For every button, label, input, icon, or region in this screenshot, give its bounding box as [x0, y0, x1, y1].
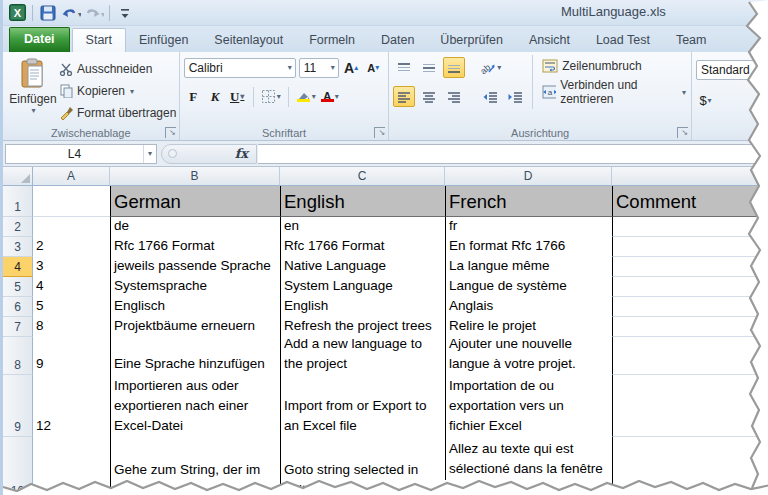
excel-logo-icon[interactable]: X — [7, 3, 27, 22]
cut-button[interactable]: Ausschneiden — [59, 59, 176, 79]
cell-D4[interactable]: La langue même — [445, 257, 612, 277]
cell-B5[interactable]: Systemsprache — [110, 277, 280, 297]
cell-A8[interactable]: 9 — [33, 337, 110, 375]
cell-D10[interactable]: Allez au texte qui est sélectioné dans l… — [445, 416, 612, 480]
cell-E3[interactable] — [612, 237, 768, 257]
tab-start[interactable]: Start — [72, 28, 126, 52]
decrease-indent-button[interactable] — [479, 86, 501, 107]
cell-C9[interactable]: Import from or Export to an Excel file — [280, 375, 445, 437]
cell-B3[interactable]: Rfc 1766 Format — [110, 237, 280, 257]
column-header-A[interactable]: A — [33, 167, 110, 186]
cell-A7[interactable]: 8 — [33, 317, 110, 337]
insert-function-button[interactable]: fx — [235, 146, 248, 161]
cell-D5[interactable]: Langue de système — [445, 277, 612, 297]
row-header-1[interactable]: 1 — [3, 186, 33, 217]
cell-B2[interactable]: de — [110, 217, 280, 237]
number-format-combo[interactable]: Standard — [696, 60, 766, 80]
paste-button[interactable]: Einfügen ▾ — [7, 55, 59, 124]
cell-A5[interactable]: 4 — [33, 277, 110, 297]
cell-E5[interactable] — [612, 277, 768, 297]
cell-C3[interactable]: Rfc 1766 Format — [280, 237, 445, 257]
cell-D2[interactable]: fr — [445, 217, 612, 237]
column-header-D[interactable]: D — [445, 167, 612, 186]
align-right-button[interactable] — [443, 86, 465, 107]
cell-C5[interactable]: System Language — [280, 277, 445, 297]
row-header-4[interactable]: 4 — [3, 257, 33, 277]
align-top-button[interactable] — [393, 57, 415, 78]
cell-C10[interactable]: Goto string selected in edit — [280, 437, 445, 495]
column-header-e[interactable] — [612, 167, 768, 186]
tab-formeln[interactable]: Formeln — [296, 29, 368, 52]
cell-E2[interactable] — [612, 217, 768, 237]
cell-A2[interactable] — [33, 217, 110, 237]
format-painter-button[interactable]: Format übertragen — [59, 103, 176, 123]
cell-C4[interactable]: Native Language — [280, 257, 445, 277]
font-color-button[interactable]: A ▾ — [320, 87, 340, 107]
cell-B6[interactable]: Englisch — [110, 297, 280, 317]
cell-A6[interactable]: 5 — [33, 297, 110, 317]
cell-D3[interactable]: En format Rfc 1766 — [445, 237, 612, 257]
cell-C8[interactable]: Add a new language to the project — [280, 337, 445, 375]
orientation-button[interactable]: ab ▾ — [479, 58, 502, 78]
align-middle-button[interactable] — [418, 57, 440, 78]
italic-button[interactable]: K — [206, 87, 225, 107]
dialog-launcher-icon[interactable] — [165, 127, 176, 138]
cell-A3[interactable]: 2 — [33, 237, 110, 257]
save-icon[interactable] — [38, 3, 58, 22]
cell-D6[interactable]: Anglais — [445, 297, 612, 317]
cell-E8[interactable] — [612, 337, 768, 375]
shrink-font-button[interactable]: A▾ — [364, 58, 383, 78]
copy-button[interactable]: Kopieren ▾ — [59, 81, 176, 101]
tab-datei[interactable]: Datei — [9, 27, 70, 52]
row-header-2[interactable]: 2 — [3, 217, 33, 237]
cell-C1[interactable]: English — [280, 186, 445, 217]
align-left-button[interactable] — [393, 86, 415, 107]
cell-A4[interactable]: 3 — [33, 257, 110, 277]
tab-daten[interactable]: Daten — [368, 29, 427, 52]
cell-D7[interactable]: Relire le projet — [445, 317, 612, 337]
cell-E1[interactable]: Comment — [612, 186, 768, 217]
customize-toolbar-icon[interactable] — [115, 3, 135, 22]
cell-B8[interactable]: Eine Sprache hinzufügen — [110, 337, 280, 375]
dialog-launcher-icon[interactable] — [374, 127, 385, 138]
underline-button[interactable]: U▾ — [228, 87, 247, 107]
grow-font-button[interactable]: A▴ — [342, 58, 361, 78]
row-header-3[interactable]: 3 — [3, 237, 33, 257]
borders-button[interactable]: ▾ — [260, 87, 282, 107]
cell-B10[interactable]: Gehe zum String, der im Edi — [110, 437, 280, 495]
dialog-launcher-icon[interactable] — [677, 127, 688, 138]
tab-ansicht[interactable]: Ansicht — [516, 29, 583, 52]
bold-button[interactable]: F — [184, 87, 203, 107]
cell-A10[interactable] — [33, 437, 110, 495]
cell-A1[interactable] — [33, 186, 110, 217]
cell-B1[interactable]: German — [110, 186, 280, 217]
font-size-combo[interactable]: 11 ▾ — [299, 58, 339, 78]
tab-einfügen[interactable]: Einfügen — [126, 29, 201, 52]
cell-C2[interactable]: en — [280, 217, 445, 237]
cell-B7[interactable]: Projektbäume erneuern — [110, 317, 280, 337]
align-center-button[interactable] — [418, 86, 440, 107]
tab-load-test[interactable]: Load Test — [583, 29, 663, 52]
row-header-6[interactable]: 6 — [3, 297, 33, 317]
cell-D8[interactable]: Ajouter une nouvelle langue à votre proj… — [445, 337, 612, 375]
formula-input[interactable] — [258, 144, 768, 164]
row-header-8[interactable]: 8 — [3, 337, 33, 375]
cell-B4[interactable]: jeweils passende Sprache — [110, 257, 280, 277]
cell-A9[interactable]: 12 — [33, 375, 110, 437]
column-header-B[interactable]: B — [110, 167, 280, 186]
cell-D1[interactable]: French — [445, 186, 612, 217]
cell-B9[interactable]: Importieren aus oder exportieren nach ei… — [110, 375, 280, 437]
redo-icon[interactable]: ▾ — [84, 3, 104, 22]
cell-E7[interactable] — [612, 317, 768, 337]
cell-E6[interactable] — [612, 297, 768, 317]
fill-color-button[interactable]: ▾ — [295, 87, 317, 107]
row-header-5[interactable]: 5 — [3, 277, 33, 297]
cell-E9[interactable] — [612, 375, 768, 437]
undo-icon[interactable]: ▾ — [61, 3, 81, 22]
cell-E4[interactable] — [612, 257, 768, 277]
row-header-9[interactable]: 9 — [3, 375, 33, 437]
tab-überprüfen[interactable]: Überprüfen — [427, 29, 516, 52]
align-bottom-button[interactable] — [443, 57, 465, 78]
tab-team[interactable]: Team — [663, 29, 720, 52]
name-box[interactable]: L4 ▾ — [5, 144, 157, 164]
